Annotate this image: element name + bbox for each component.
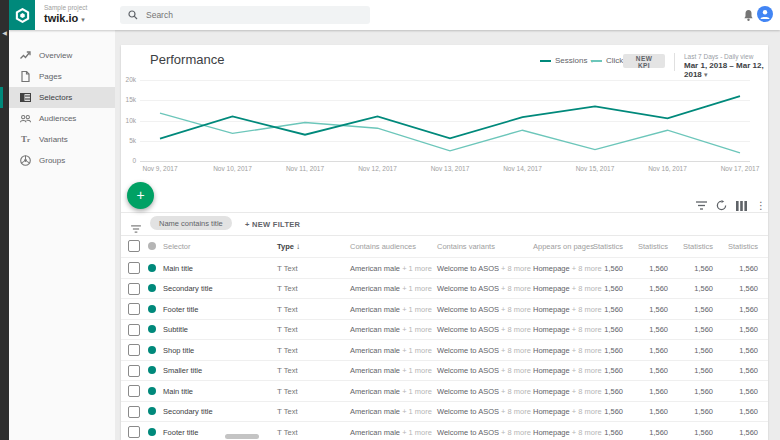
- sidebar-item-label: Selectors: [39, 93, 72, 102]
- sidebar-item-pages[interactable]: Pages: [9, 66, 115, 87]
- sidebar-item-variants[interactable]: TrVariants: [9, 129, 115, 150]
- column-header-variants[interactable]: Contains variants: [437, 242, 495, 251]
- plus-icon: +: [136, 187, 144, 203]
- table-row[interactable]: Main titleT TextAmerican male + 1 moreWe…: [121, 380, 768, 401]
- select-all-checkbox[interactable]: [128, 240, 140, 252]
- column-header-statistics[interactable]: Statistics: [618, 242, 668, 251]
- project-label: Sample project: [44, 4, 87, 11]
- horizontal-scrollbar-thumb[interactable]: [225, 434, 259, 439]
- new-filter-button[interactable]: + NEW FILTER: [245, 220, 300, 229]
- column-header-audiences[interactable]: Contains audiences: [350, 242, 416, 251]
- sidebar-item-overview[interactable]: Overview: [9, 45, 115, 66]
- row-checkbox[interactable]: [128, 283, 140, 295]
- statistics-value: 1,560: [663, 325, 713, 334]
- statistics-value: 1,560: [618, 304, 668, 313]
- table-row[interactable]: Main titleT TextAmerican male + 1 moreWe…: [121, 257, 768, 278]
- date-range-picker[interactable]: Mar 1, 2018 – Mar 12, 2018 ▾: [684, 61, 780, 79]
- text-type-icon: T: [277, 386, 282, 395]
- status-dot-header: [148, 242, 156, 250]
- user-avatar[interactable]: [757, 6, 773, 22]
- search-box[interactable]: [120, 6, 370, 24]
- selector-name: Main title: [163, 386, 193, 395]
- row-checkbox[interactable]: [128, 406, 140, 418]
- variants-icon: Tr: [20, 134, 31, 144]
- audiences-cell: American male + 1 more: [350, 427, 432, 436]
- y-axis-tick: 20k: [114, 76, 136, 83]
- columns-icon[interactable]: [736, 201, 747, 211]
- legend-sessions[interactable]: Sessions ▾: [540, 56, 593, 65]
- notifications-bell-icon[interactable]: [743, 8, 754, 26]
- statistics-value: 1,560: [708, 407, 758, 416]
- column-header-type[interactable]: Type ↓: [277, 242, 300, 251]
- audiences-cell: American male + 1 more: [350, 366, 432, 375]
- add-selector-fab[interactable]: +: [127, 182, 154, 209]
- text-type-icon: T: [277, 325, 282, 334]
- section-divider: [121, 212, 768, 213]
- row-checkbox[interactable]: [128, 426, 140, 438]
- table-row[interactable]: Footer titleT TextAmerican male + 1 more…: [121, 298, 768, 319]
- type-label: Text: [284, 304, 298, 313]
- type-label: Text: [284, 284, 298, 293]
- text-type-icon: T: [277, 427, 282, 436]
- row-checkbox[interactable]: [128, 303, 140, 315]
- statistics-value: 1,560: [663, 366, 713, 375]
- statistics-value: 1,560: [573, 284, 623, 293]
- audiences-cell: American male + 1 more: [350, 284, 432, 293]
- new-kpi-button[interactable]: NEW KPI: [623, 54, 665, 68]
- table-row[interactable]: SubtitleT TextAmerican male + 1 moreWelc…: [121, 319, 768, 340]
- variants-cell: Welcome to ASOS + 8 more: [437, 304, 531, 313]
- table-row[interactable]: Secondary titleT TextAmerican male + 1 m…: [121, 278, 768, 299]
- row-checkbox[interactable]: [128, 324, 140, 336]
- sidebar-item-audiences[interactable]: Audiences: [9, 108, 115, 129]
- statistics-value: 1,560: [663, 263, 713, 272]
- text-type-icon: T: [277, 304, 282, 313]
- statistics-value: 1,560: [618, 386, 668, 395]
- collapse-chevron-icon[interactable]: ◀: [0, 27, 9, 39]
- column-header-statistics[interactable]: Statistics: [663, 242, 713, 251]
- type-label: Text: [284, 366, 298, 375]
- type-cell: T Text: [277, 366, 298, 375]
- project-switcher[interactable]: twik.io ▾: [44, 12, 85, 24]
- sidebar-item-selectors[interactable]: Selectors: [9, 87, 115, 108]
- table-row[interactable]: Footer titleT TextAmerican male + 1 more…: [121, 421, 768, 440]
- table-row[interactable]: Smaller titleT TextAmerican male + 1 mor…: [121, 360, 768, 381]
- row-checkbox[interactable]: [128, 365, 140, 377]
- more-options-icon[interactable]: ⋮: [756, 201, 766, 211]
- row-checkbox[interactable]: [128, 385, 140, 397]
- person-icon: [759, 8, 771, 20]
- row-checkbox[interactable]: [128, 344, 140, 356]
- column-header-statistics[interactable]: Statistics: [573, 242, 623, 251]
- page-title: Performance: [150, 52, 224, 67]
- table-row[interactable]: Shop titleT TextAmerican male + 1 moreWe…: [121, 339, 768, 360]
- sidebar-item-label: Audiences: [39, 114, 76, 123]
- y-axis-tick: 15k: [114, 96, 136, 103]
- filter-icon[interactable]: [696, 201, 707, 210]
- statistics-value: 1,560: [663, 427, 713, 436]
- column-header-selector[interactable]: Selector: [163, 242, 191, 251]
- refresh-icon[interactable]: [716, 200, 727, 211]
- statistics-value: 1,560: [573, 407, 623, 416]
- statistics-value: 1,560: [618, 325, 668, 334]
- sort-desc-icon: ↓: [296, 242, 300, 251]
- statistics-value: 1,560: [573, 325, 623, 334]
- sidebar-item-label: Groups: [39, 156, 65, 165]
- table-header: Selector Type ↓ Contains audiences Conta…: [121, 235, 768, 257]
- selector-name: Shop title: [163, 345, 194, 354]
- twik-logo[interactable]: [9, 0, 35, 30]
- chart-lines: [140, 78, 760, 168]
- groups-icon: [20, 155, 31, 166]
- selectors-icon: [20, 93, 31, 102]
- statistics-value: 1,560: [618, 263, 668, 272]
- table-row[interactable]: Secondary titleT TextAmerican male + 1 m…: [121, 401, 768, 422]
- filter-chip[interactable]: Name contains title: [150, 216, 232, 230]
- row-checkbox[interactable]: [128, 262, 140, 274]
- column-header-statistics[interactable]: Statistics: [708, 242, 758, 251]
- sidebar-item-groups[interactable]: Groups: [9, 150, 115, 171]
- statistics-value: 1,560: [708, 304, 758, 313]
- statistics-value: 1,560: [663, 304, 713, 313]
- variants-cell: Welcome to ASOS + 8 more: [437, 284, 531, 293]
- status-dot: [148, 387, 156, 395]
- variants-cell: Welcome to ASOS + 8 more: [437, 263, 531, 272]
- sidebar-item-label: Pages: [39, 72, 62, 81]
- search-input[interactable]: [144, 9, 348, 21]
